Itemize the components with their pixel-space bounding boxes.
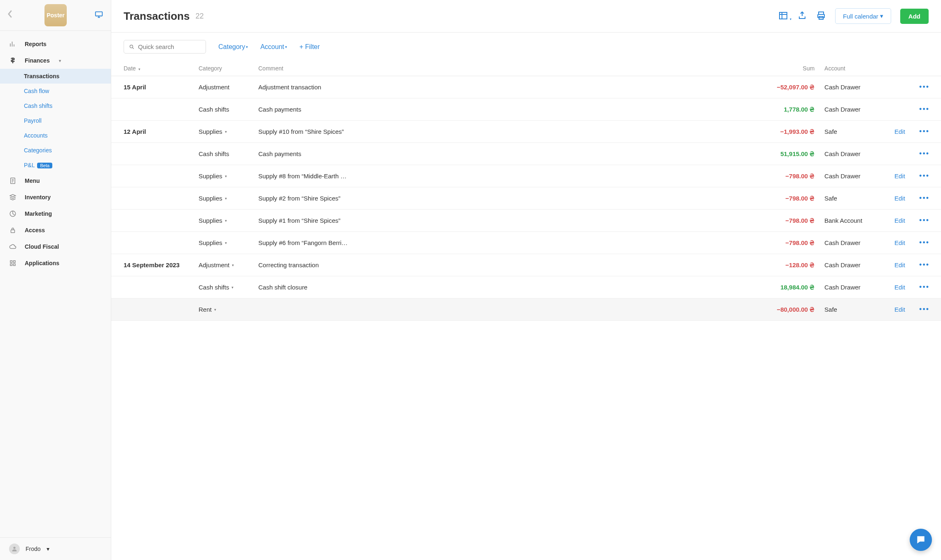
toolbar: Category ▾ Account ▾ + Filter (111, 33, 941, 61)
cell-category[interactable]: Cash shifts▾ (194, 276, 253, 299)
cell-date (111, 232, 194, 254)
th-category[interactable]: Category (194, 61, 253, 76)
more-icon[interactable]: ••• (919, 127, 929, 135)
more-icon[interactable]: ••• (919, 216, 929, 224)
more-icon[interactable]: ••• (919, 283, 929, 291)
edit-link[interactable]: Edit (894, 261, 905, 268)
th-date[interactable]: Date ▾ (111, 61, 194, 76)
chat-bubble[interactable] (910, 529, 932, 551)
display-icon[interactable] (94, 10, 103, 21)
sidebar-user[interactable]: Frodo ▾ (0, 537, 111, 560)
logo[interactable]: Poster (44, 4, 67, 26)
cell-edit[interactable]: Edit (890, 276, 914, 299)
more-icon[interactable]: ••• (919, 194, 929, 202)
cell-edit[interactable]: Edit (890, 121, 914, 143)
cell-comment (253, 299, 762, 321)
cell-category: Cash shifts (194, 143, 253, 165)
table-row[interactable]: Supplies▾Supply #1 from “Shire Spices”−7… (111, 210, 941, 232)
table-row[interactable]: Supplies▾Supply #8 from “Middle-Earth …−… (111, 165, 941, 187)
columns-icon[interactable]: ▾ (778, 11, 788, 22)
more-icon[interactable]: ••• (919, 105, 929, 113)
subnav-item-categories[interactable]: Categories (0, 143, 111, 158)
edit-link[interactable]: Edit (894, 128, 905, 135)
th-comment[interactable]: Comment (253, 61, 762, 76)
table-row[interactable]: 12 AprilSupplies▾Supply #10 from “Shire … (111, 121, 941, 143)
edit-link[interactable]: Edit (894, 284, 905, 291)
subnav-item-accounts[interactable]: Accounts (0, 128, 111, 143)
cell-comment: Correcting transaction (253, 254, 762, 276)
cell-edit[interactable]: Edit (890, 187, 914, 210)
nav-label: Applications (25, 260, 59, 266)
nav-label: Reports (25, 41, 47, 47)
search-input[interactable] (138, 43, 201, 50)
edit-link[interactable]: Edit (894, 217, 905, 224)
nav-item-applications[interactable]: Applications (0, 255, 111, 271)
cell-edit[interactable]: Edit (890, 165, 914, 187)
cell-edit[interactable]: Edit (890, 232, 914, 254)
export-icon[interactable] (797, 11, 807, 22)
more-icon[interactable]: ••• (919, 172, 929, 180)
subnav-item-p-l[interactable]: P&LBeta (0, 158, 111, 173)
nav-label: Menu (25, 177, 40, 184)
more-icon[interactable]: ••• (919, 305, 929, 313)
cell-edit[interactable]: Edit (890, 210, 914, 232)
back-icon[interactable] (7, 9, 13, 21)
more-icon[interactable]: ••• (919, 149, 929, 158)
table-row[interactable]: 15 AprilAdjustmentAdjustment transaction… (111, 76, 941, 98)
search-input-wrap[interactable] (124, 40, 206, 54)
cell-edit (890, 76, 914, 98)
cell-category[interactable]: Supplies▾ (194, 121, 253, 143)
more-icon[interactable]: ••• (919, 83, 929, 91)
table-row[interactable]: Cash shiftsCash payments1,778.00 ₴Cash D… (111, 98, 941, 121)
table-row[interactable]: Supplies▾Supply #2 from “Shire Spices”−7… (111, 187, 941, 210)
th-account[interactable]: Account (819, 61, 890, 76)
cell-category[interactable]: Rent▾ (194, 299, 253, 321)
add-button[interactable]: Add (900, 9, 929, 24)
nav-item-access[interactable]: Access (0, 222, 111, 238)
marketing-icon (9, 210, 17, 217)
table-row[interactable]: Cash shiftsCash payments51,915.00 ₴Cash … (111, 143, 941, 165)
cell-edit[interactable]: Edit (890, 299, 914, 321)
table-row[interactable]: 14 September 2023Adjustment▾Correcting t… (111, 254, 941, 276)
more-icon[interactable]: ••• (919, 261, 929, 269)
cell-edit[interactable]: Edit (890, 254, 914, 276)
cell-account: Safe (819, 299, 890, 321)
caret-down-icon: ▾ (225, 241, 227, 245)
account-filter[interactable]: Account ▾ (260, 43, 287, 51)
svg-rect-7 (14, 264, 16, 266)
subnav-item-payroll[interactable]: Payroll (0, 113, 111, 128)
cell-category[interactable]: Supplies▾ (194, 165, 253, 187)
caret-down-icon: ▾ (225, 196, 227, 201)
cell-account: Cash Drawer (819, 98, 890, 121)
edit-link[interactable]: Edit (894, 195, 905, 202)
table-row[interactable]: Rent▾−80,000.00 ₴SafeEdit••• (111, 299, 941, 321)
nav-item-cloud-fiscal[interactable]: Cloud Fiscal (0, 238, 111, 255)
subnav-item-cash-shifts[interactable]: Cash shifts (0, 98, 111, 113)
table-row[interactable]: Supplies▾Supply #6 from “Fangorn Berri…−… (111, 232, 941, 254)
subnav-item-transactions[interactable]: Transactions (0, 69, 111, 84)
category-filter[interactable]: Category ▾ (218, 43, 248, 51)
nav-label: Cloud Fiscal (25, 243, 59, 250)
nav-item-reports[interactable]: Reports (0, 36, 111, 52)
nav-item-marketing[interactable]: Marketing (0, 205, 111, 222)
cell-comment: Supply #8 from “Middle-Earth … (253, 165, 762, 187)
edit-link[interactable]: Edit (894, 173, 905, 180)
cell-category[interactable]: Adjustment▾ (194, 254, 253, 276)
cell-category[interactable]: Supplies▾ (194, 232, 253, 254)
nav-item-finances[interactable]: Finances▾ (0, 52, 111, 69)
nav-item-inventory[interactable]: Inventory (0, 189, 111, 205)
nav-item-menu[interactable]: Menu (0, 173, 111, 189)
edit-link[interactable]: Edit (894, 239, 905, 246)
edit-link[interactable]: Edit (894, 306, 905, 313)
cell-sum: 18,984.00 ₴ (762, 276, 819, 299)
th-sum[interactable]: Sum (762, 61, 819, 76)
calendar-button[interactable]: Full calendar ▾ (835, 8, 891, 24)
table-row[interactable]: Cash shifts▾Cash shift closure18,984.00 … (111, 276, 941, 299)
more-icon[interactable]: ••• (919, 238, 929, 247)
subnav-item-cash-flow[interactable]: Cash flow (0, 84, 111, 98)
cell-category[interactable]: Supplies▾ (194, 187, 253, 210)
print-icon[interactable] (816, 11, 826, 22)
cell-category[interactable]: Supplies▾ (194, 210, 253, 232)
cell-category: Adjustment (194, 76, 253, 98)
add-filter[interactable]: + Filter (300, 43, 320, 51)
